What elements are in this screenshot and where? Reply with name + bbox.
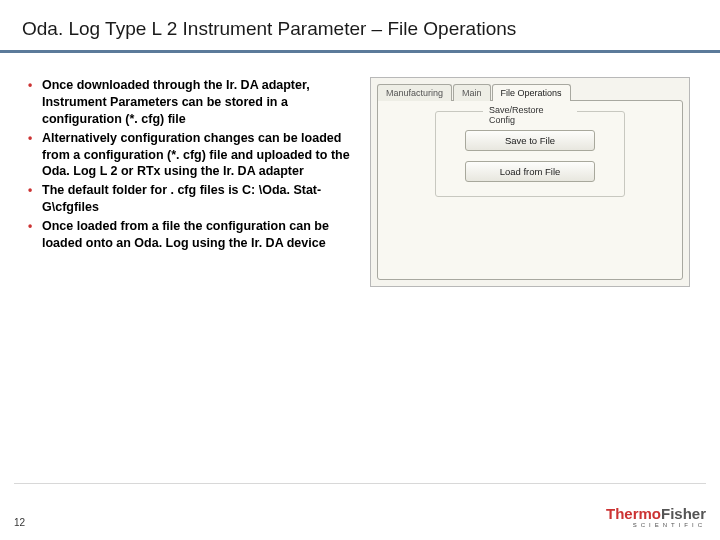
bullet-item: The default folder for . cfg files is C:… (28, 182, 358, 216)
tab-strip: Manufacturing Main File Operations (371, 78, 689, 100)
tab-manufacturing[interactable]: Manufacturing (377, 84, 452, 101)
tab-body: Save/Restore Config Save to File Load fr… (377, 100, 683, 280)
thermofisher-logo: ThermoFisher SCIENTIFIC (606, 506, 706, 528)
slide-title: Oda. Log Type L 2 Instrument Parameter –… (22, 18, 720, 40)
load-from-file-button[interactable]: Load from File (465, 161, 595, 182)
logo-thermo-text: Thermo (606, 505, 661, 522)
save-to-file-button[interactable]: Save to File (465, 130, 595, 151)
bullet-item: Once loaded from a file the configuratio… (28, 218, 358, 252)
page-number: 12 (14, 517, 25, 528)
save-restore-groupbox: Save/Restore Config Save to File Load fr… (435, 111, 625, 197)
footer-divider (14, 483, 706, 484)
tab-file-operations[interactable]: File Operations (492, 84, 571, 101)
logo-subtext: SCIENTIFIC (633, 522, 706, 528)
bullet-list: Once downloaded through the Ir. DA adapt… (28, 77, 358, 287)
groupbox-title: Save/Restore Config (483, 105, 577, 125)
file-operations-panel: Manufacturing Main File Operations Save/… (370, 77, 690, 287)
logo-fisher-text: Fisher (661, 505, 706, 522)
bullet-item: Once downloaded through the Ir. DA adapt… (28, 77, 358, 128)
bullet-item: Alternatively configuration changes can … (28, 130, 358, 181)
tab-main[interactable]: Main (453, 84, 491, 101)
